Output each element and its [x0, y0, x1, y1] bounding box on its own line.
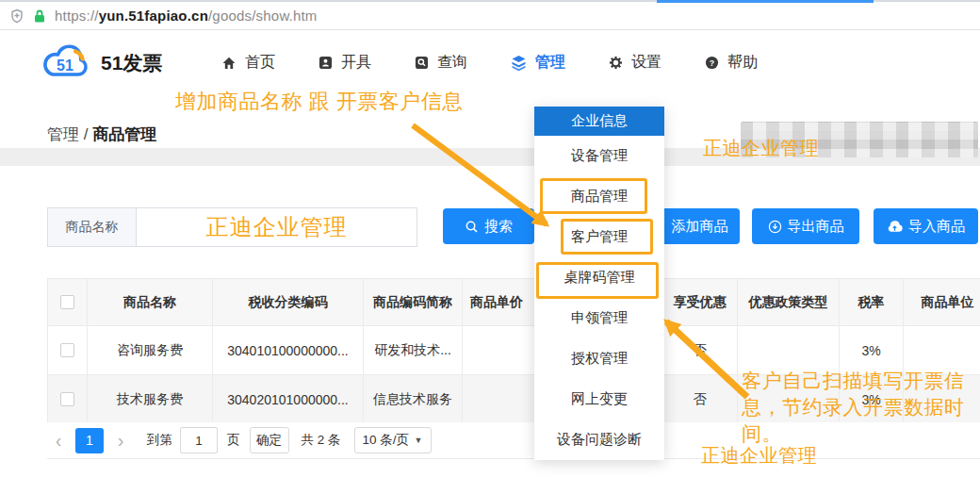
table-header-row: 商品名称 税收分类编码 商品编码简称 商品单价 享受优惠 优惠政策类型 税率 商… [48, 279, 980, 326]
cell-unit [904, 326, 980, 375]
settings-gear-icon [609, 56, 623, 70]
confirm-page-button[interactable]: 确定 [250, 427, 289, 453]
header-cell: 商品单位 [904, 279, 980, 326]
header-cell: 税收分类编码 [213, 279, 364, 326]
site-info-shield-icon[interactable] [9, 8, 24, 24]
svg-text:?: ? [710, 58, 714, 68]
nav-label: 查询 [437, 53, 467, 73]
menu-item-device-manage[interactable]: 设备管理 [534, 136, 664, 176]
cell-goods-name: 咨询服务费 [88, 326, 213, 375]
svg-text:51: 51 [57, 58, 74, 74]
menu-item-customer-manage[interactable]: 客户管理 [534, 217, 664, 257]
search-button-label: 搜索 [484, 218, 513, 236]
query-icon [415, 56, 429, 70]
goto-page-input[interactable] [180, 427, 218, 453]
brand-logo[interactable]: 51 51发票 [40, 43, 162, 83]
cell-policy-type [738, 375, 840, 424]
manage-dropdown-menu: 企业信息 设备管理 商品管理 客户管理 桌牌码管理 申领管理 授权管理 网上变更… [534, 107, 664, 460]
menu-item-table-code-manage[interactable]: 桌牌码管理 [534, 257, 664, 298]
next-page-button[interactable]: › [109, 427, 132, 453]
page-number-button[interactable]: 1 [75, 428, 104, 453]
goto-page-label: 到第 [147, 432, 172, 449]
goods-table: 商品名称 税收分类编码 商品编码简称 商品单价 享受优惠 优惠政策类型 税率 商… [47, 278, 980, 424]
menu-item-online-change[interactable]: 网上变更 [534, 379, 664, 420]
nav-item-settings[interactable]: 设置 [609, 53, 662, 73]
nav-item-issue[interactable]: 开具 [318, 53, 371, 73]
total-count-label: 共 2 条 [302, 432, 341, 449]
breadcrumb-section[interactable]: 管理 [47, 125, 79, 143]
nav-item-query[interactable]: 查询 [415, 53, 467, 73]
row-checkbox-cell [48, 375, 88, 424]
row-checkbox[interactable] [60, 392, 74, 406]
main-nav: 首页 开具 查询 管理 设置 ? 帮助 [221, 31, 758, 94]
nav-item-help[interactable]: ? 帮助 [705, 53, 758, 73]
header-checkbox-cell [48, 279, 88, 326]
row-checkbox[interactable] [60, 343, 74, 357]
redacted-blur [741, 122, 978, 157]
table-row: 技术服务费 304020101000000... 信息技术服务 否 3% [48, 375, 980, 424]
menu-item-auth-manage[interactable]: 授权管理 [534, 338, 664, 379]
cell-unit [904, 375, 980, 424]
breadcrumb-current: 商品管理 [92, 125, 156, 143]
browser-tab-indicator [657, 0, 874, 3]
address-bar[interactable]: https://yun.51fapiao.cn/goods/show.htm [0, 2, 980, 30]
cell-policy-type [738, 326, 840, 375]
export-goods-label: 导出商品 [788, 218, 844, 236]
cloud-upload-icon [887, 220, 903, 233]
goods-name-input[interactable]: 正迪企业管理 [136, 207, 417, 247]
app-header: 51 51发票 首页 开具 查询 管理 设置 ? 帮助 [0, 31, 980, 94]
header-cell: 优惠政策类型 [738, 279, 840, 326]
goods-name-label: 商品名称 [47, 207, 137, 247]
cloud-51-logo-icon: 51 [40, 43, 92, 83]
nav-label: 开具 [341, 53, 371, 73]
header-cell: 商品名称 [88, 279, 213, 326]
menu-item-enterprise-info[interactable]: 企业信息 [534, 107, 664, 136]
cell-tax-code: 304010100000000... [213, 326, 364, 375]
page-size-select[interactable]: 10 条/页 ▼ [354, 427, 432, 453]
nav-label: 首页 [245, 53, 275, 73]
cell-short-name: 信息技术服务 [364, 375, 463, 424]
menu-item-goods-manage[interactable]: 商品管理 [534, 176, 664, 217]
cell-goods-name: 技术服务费 [88, 375, 213, 424]
cell-discount: 否 [662, 326, 738, 375]
help-icon: ? [705, 56, 719, 70]
search-icon [465, 220, 479, 234]
cell-discount: 否 [662, 375, 738, 424]
export-goods-button[interactable]: 导出商品 [752, 208, 859, 244]
home-icon [221, 56, 237, 71]
prev-page-button[interactable]: ‹ [47, 427, 70, 453]
page-unit-label: 页 [227, 432, 240, 449]
brand-name: 51发票 [101, 50, 162, 76]
cell-tax-rate: 3% [840, 375, 904, 424]
add-goods-button[interactable]: 添加商品 [660, 208, 740, 244]
import-goods-button[interactable]: 导入商品 [874, 208, 978, 244]
chevron-down-icon: ▼ [415, 436, 423, 445]
header-cell: 商品编码简称 [364, 279, 463, 326]
search-button[interactable]: 搜索 [443, 208, 534, 244]
header-cell: 税率 [840, 279, 904, 326]
import-goods-label: 导入商品 [908, 218, 965, 236]
nav-label: 帮助 [727, 53, 758, 73]
nav-label: 设置 [631, 53, 662, 73]
nav-item-home[interactable]: 首页 [221, 53, 275, 73]
add-goods-label: 添加商品 [672, 218, 728, 236]
nav-item-manage[interactable]: 管理 [511, 53, 565, 73]
breadcrumb: 管理 / 商品管理 [47, 124, 156, 145]
annotation-search-value: 正迪企业管理 [206, 212, 348, 242]
url-text[interactable]: https://yun.51fapiao.cn/goods/show.htm [55, 8, 318, 24]
header-cell: 享受优惠 [662, 279, 738, 326]
pagination-bar: ‹ 1 › 到第 页 确定 共 2 条 10 条/页 ▼ [47, 422, 980, 459]
menu-item-device-diagnosis[interactable]: 设备问题诊断 [534, 420, 664, 460]
https-lock-icon [33, 8, 46, 24]
manage-layers-icon [511, 55, 527, 71]
issue-icon [318, 56, 333, 70]
breadcrumb-separator: / [79, 125, 92, 143]
download-circle-icon [768, 220, 782, 234]
menu-item-apply-manage[interactable]: 申领管理 [534, 298, 664, 338]
select-all-checkbox[interactable] [60, 295, 74, 309]
cell-tax-code: 304020101000000... [213, 375, 364, 424]
cell-tax-rate: 3% [840, 326, 904, 375]
row-checkbox-cell [48, 326, 88, 375]
table-row: 咨询服务费 304010100000000... 研发和技术... 否 3% [48, 326, 980, 375]
cell-short-name: 研发和技术... [364, 326, 463, 375]
